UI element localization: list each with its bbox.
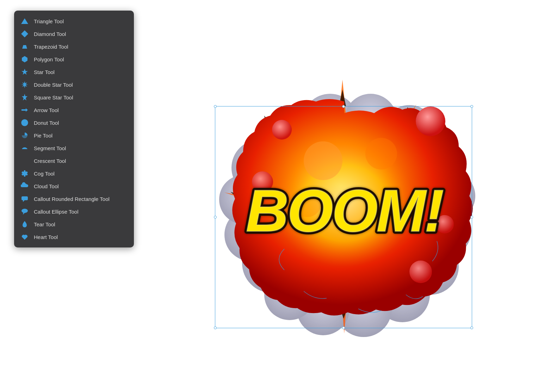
tool-label: Crescent Tool xyxy=(34,158,66,164)
svg-rect-9 xyxy=(21,196,28,200)
svg-text:BOOM!: BOOM! xyxy=(246,178,444,244)
tool-label: Star Tool xyxy=(34,69,55,75)
callout-ellipse-icon xyxy=(20,207,29,216)
tool-item-trapezoid[interactable]: Trapezoid Tool xyxy=(14,40,134,53)
diamond-icon xyxy=(20,30,29,38)
tool-item-triangle[interactable]: Triangle Tool xyxy=(14,15,134,27)
square-star-icon xyxy=(20,93,29,102)
star-icon xyxy=(20,68,29,76)
tool-label: Segment Tool xyxy=(34,145,66,151)
svg-point-59 xyxy=(409,261,432,283)
cog-icon xyxy=(20,169,29,178)
tool-label: Donut Tool xyxy=(34,120,59,126)
svg-marker-4 xyxy=(21,69,28,75)
tool-item-cog[interactable]: Cog Tool xyxy=(14,167,134,180)
svg-point-56 xyxy=(272,120,292,140)
tool-panel: Triangle ToolDiamond ToolTrapezoid ToolP… xyxy=(14,11,134,247)
tool-item-callout-rect[interactable]: Callout Rounded Rectangle Tool xyxy=(14,192,134,205)
tool-label: Cloud Tool xyxy=(34,183,59,189)
svg-point-11 xyxy=(21,209,28,213)
tool-item-star[interactable]: Star Tool xyxy=(14,66,134,78)
crescent-icon xyxy=(20,157,29,165)
tool-item-pie[interactable]: Pie Tool xyxy=(14,129,134,142)
pie-icon xyxy=(20,131,29,140)
tool-item-heart[interactable]: Heart Tool xyxy=(14,231,134,243)
tool-item-cloud[interactable]: Cloud Tool xyxy=(14,180,134,192)
tool-label: Heart Tool xyxy=(34,234,58,240)
tool-item-crescent[interactable]: Crescent Tool xyxy=(14,154,134,167)
tool-label: Tear Tool xyxy=(34,221,55,227)
triangle-icon xyxy=(20,17,29,25)
tool-label: Callout Ellipse Tool xyxy=(34,209,78,215)
tool-label: Arrow Tool xyxy=(34,107,59,113)
tool-label: Cog Tool xyxy=(34,171,55,177)
tear-icon xyxy=(20,220,29,228)
boom-graphic: BOOM! BOOM! xyxy=(198,51,487,341)
tool-item-segment[interactable]: Segment Tool xyxy=(14,142,134,154)
double-star-icon xyxy=(20,80,29,89)
tool-label: Square Star Tool xyxy=(34,94,73,100)
svg-marker-10 xyxy=(23,200,25,202)
tool-label: Callout Rounded Rectangle Tool xyxy=(34,196,110,202)
tool-label: Pie Tool xyxy=(34,133,52,139)
trapezoid-icon xyxy=(20,42,29,51)
canvas-area: BOOM! BOOM! xyxy=(141,0,544,392)
polygon-icon xyxy=(20,55,29,63)
tool-label: Double Star Tool xyxy=(34,82,73,88)
tool-item-donut[interactable]: Donut Tool xyxy=(14,116,134,129)
segment-icon xyxy=(20,144,29,152)
svg-marker-2 xyxy=(22,45,27,49)
donut-icon xyxy=(20,118,29,127)
svg-marker-5 xyxy=(21,81,28,88)
tool-label: Triangle Tool xyxy=(34,18,64,24)
svg-marker-3 xyxy=(22,56,27,62)
svg-point-55 xyxy=(416,106,445,136)
svg-point-52 xyxy=(304,141,342,180)
tool-label: Trapezoid Tool xyxy=(34,44,68,50)
tool-label: Polygon Tool xyxy=(34,56,64,62)
tool-item-arrow[interactable]: Arrow Tool xyxy=(14,104,134,116)
tool-item-tear[interactable]: Tear Tool xyxy=(14,218,134,231)
heart-icon xyxy=(20,233,29,241)
svg-marker-6 xyxy=(22,94,27,100)
cloud-icon xyxy=(20,182,29,190)
tool-label: Diamond Tool xyxy=(34,31,66,37)
arrow-icon xyxy=(20,106,29,114)
svg-point-53 xyxy=(365,138,397,170)
svg-marker-0 xyxy=(21,18,28,24)
tool-item-polygon[interactable]: Polygon Tool xyxy=(14,53,134,66)
tool-item-square-star[interactable]: Square Star Tool xyxy=(14,91,134,104)
tool-item-double-star[interactable]: Double Star Tool xyxy=(14,78,134,91)
tool-item-callout-ellipse[interactable]: Callout Ellipse Tool xyxy=(14,205,134,218)
tool-item-diamond[interactable]: Diamond Tool xyxy=(14,27,134,40)
callout-rect-icon xyxy=(20,195,29,203)
svg-marker-1 xyxy=(21,30,28,37)
